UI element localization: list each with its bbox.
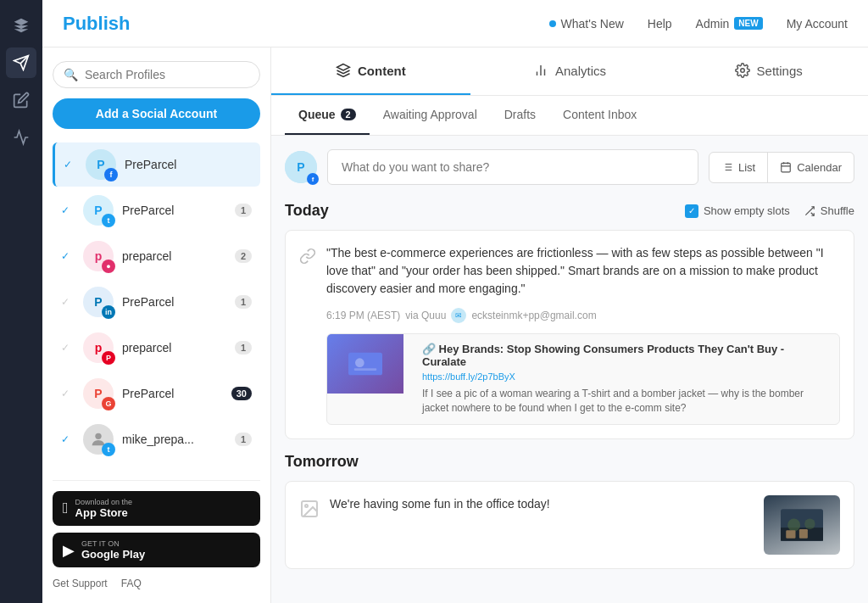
top-nav: What's New Help Admin NEW My Account [549,17,848,31]
checkbox-icon[interactable]: ✓ [685,204,698,218]
preview-url[interactable]: https://buff.ly/2p7bByX [422,371,831,382]
profile-count: 1 [235,433,252,446]
list-icon [721,161,733,173]
profile-list: ✓ P f PreParcel ✓ P t PreParcel 1 [53,142,260,470]
get-support-link[interactable]: Get Support [53,578,108,589]
subtab-awaiting[interactable]: Awaiting Approval [370,96,491,135]
composer: P f List Calendar [285,149,854,185]
composer-social-badge: f [307,173,319,185]
preview-thumbnail [327,334,403,394]
nav-analytics-icon[interactable] [6,122,36,153]
icon-nav [0,0,42,603]
admin-new-badge: NEW [734,17,762,30]
meta-avatar: ✉ [451,308,466,323]
list-item[interactable]: ✓ P t PreParcel 1 [53,188,260,232]
tab-analytics[interactable]: Analytics [470,47,670,95]
shuffle-icon [804,205,815,217]
twitter-badge: t [102,214,115,227]
sub-tabs: Queue 2 Awaiting Approval Drafts Content… [271,96,868,136]
svg-rect-30 [799,529,808,539]
sidebar: 🔍 Add a Social Account ✓ P f PreParcel ✓ [42,47,271,603]
tab-content[interactable]: Content [271,47,470,95]
tomorrow-header: Tomorrow [285,453,854,471]
svg-point-7 [740,69,744,73]
google-play-button[interactable]: ▶ GET IT ON Google Play [53,533,260,567]
google-play-small-label: GET IT ON [81,539,145,548]
avatar: P t [83,195,114,226]
google-play-icon: ▶ [63,541,75,560]
tomorrow-thumbnail [764,495,840,555]
today-section: Today ✓ Show empty slots Shuffle [285,202,854,439]
list-item[interactable]: ✓ P in PreParcel 1 [53,280,260,324]
add-social-account-button[interactable]: Add a Social Account [53,98,260,129]
search-bar[interactable]: 🔍 [53,61,260,88]
list-item[interactable]: ✓ P f PreParcel [53,142,260,187]
date-controls: ✓ Show empty slots Shuffle [685,204,854,218]
nav-layers-icon[interactable] [6,10,36,41]
svg-rect-29 [786,530,795,538]
list-item[interactable]: ✓ p P preparcel 1 [53,326,260,370]
main-content: Content Analytics Settings Queue 2 [271,47,868,603]
shuffle-button[interactable]: Shuffle [804,204,854,217]
profile-name: PreParcel [122,295,226,309]
check-icon: ✓ [61,204,75,216]
faq-link[interactable]: FAQ [121,578,142,589]
composer-avatar: P f [285,151,317,183]
scroll-area: P f List Calendar [271,136,868,603]
post-body: "The best e-commerce experiences are fri… [326,244,840,425]
composer-input[interactable] [327,149,698,185]
subtab-content-inbox[interactable]: Content Inbox [549,96,650,135]
svg-marker-3 [337,64,350,71]
post-card: "The best e-commerce experiences are fri… [285,230,854,439]
svg-point-21 [355,358,364,367]
avatar: P G [83,378,114,409]
help-nav-item[interactable]: Help [648,17,672,31]
view-buttons: List Calendar [709,152,854,183]
top-header: Publish What's New Help Admin NEW My Acc… [42,0,868,47]
svg-point-2 [95,433,101,439]
list-view-button[interactable]: List [709,153,768,182]
preview-description: If I see a pic of a woman wearing a T-sh… [422,387,831,416]
tomorrow-card: We're having some fun in the office toda… [285,481,854,569]
body-area: 🔍 Add a Social Account ✓ P f PreParcel ✓ [42,47,868,603]
svg-point-27 [787,518,800,531]
main-tabs: Content Analytics Settings [271,47,868,96]
list-item[interactable]: ✓ t mike_prepa... 1 [53,417,260,461]
profile-name: PreParcel [122,204,226,217]
today-header: Today ✓ Show empty slots Shuffle [285,202,854,220]
app-container: Publish What's New Help Admin NEW My Acc… [42,0,868,603]
pinterest-badge: P [102,351,115,365]
whats-new-nav-item[interactable]: What's New [549,17,624,31]
subtab-drafts[interactable]: Drafts [491,96,549,135]
apple-icon:  [63,500,69,517]
layers-icon [336,63,351,78]
admin-nav-item[interactable]: Admin NEW [696,17,763,31]
check-icon: ✓ [61,433,75,445]
calendar-view-button[interactable]: Calendar [768,153,854,182]
app-store-label: App Store [75,506,133,519]
search-input[interactable] [85,68,249,81]
post-preview: 🔗 Hey Brands: Stop Showing Consumers Pro… [326,333,840,425]
subtab-queue[interactable]: Queue 2 [285,96,370,135]
queue-badge: 2 [341,109,356,120]
app-logo: Publish [63,13,130,35]
tomorrow-post-text: We're having some fun in the office toda… [330,495,754,555]
nav-edit-icon[interactable] [6,85,36,115]
search-icon: 🔍 [64,68,78,81]
profile-count: 1 [235,295,252,309]
tomorrow-label: Tomorrow [285,453,359,471]
tab-settings[interactable]: Settings [669,47,868,95]
check-icon: ✓ [61,296,75,308]
list-item[interactable]: ✓ P G PreParcel 30 [53,371,260,416]
office-image-icon [781,504,823,546]
app-store-button[interactable]:  Download on the App Store [53,491,260,526]
check-icon: ✓ [61,388,75,399]
nav-publish-icon[interactable] [6,47,36,78]
list-item[interactable]: ✓ p ● preparcel 2 [53,234,260,278]
my-account-nav-item[interactable]: My Account [787,17,848,31]
show-empty-slots-toggle[interactable]: ✓ Show empty slots [685,204,790,218]
profile-name: PreParcel [125,158,252,171]
today-label: Today [285,202,329,220]
check-icon: ✓ [61,342,75,354]
link-icon [299,248,316,425]
